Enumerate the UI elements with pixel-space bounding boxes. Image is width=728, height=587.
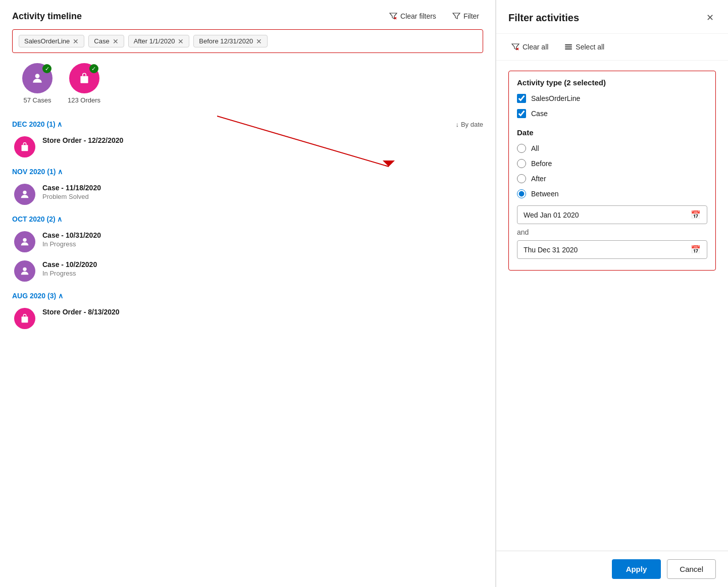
person-icon [31, 72, 44, 85]
bag-icon [78, 72, 91, 85]
checkbox-case: Case [517, 109, 707, 118]
date-from-wrapper: 📅 [517, 205, 707, 224]
svg-point-6 [23, 238, 26, 242]
clear-filters-button[interactable]: Clear filters [385, 10, 440, 22]
item-title: Case - 10/2/2020 [42, 260, 97, 269]
select-all-button[interactable]: Select all [561, 41, 607, 53]
filter-tag: SalesOrderLine ✕ [19, 35, 84, 47]
date-section: Date All Before After Between [517, 128, 707, 259]
stat-label-cases: 57 Cases [24, 96, 51, 104]
stat-item-cases: ✓ 57 Cases [22, 63, 53, 104]
svg-rect-8 [22, 316, 28, 323]
date-before-label: Before [531, 159, 552, 168]
timeline-item: Store Order - 8/13/2020 [12, 308, 483, 329]
svg-point-2 [35, 74, 40, 78]
close-button[interactable]: ✕ [704, 10, 716, 25]
date-input-row: 📅 and 📅 [517, 205, 707, 259]
filter-tag: Before 12/31/2020 ✕ [193, 35, 268, 47]
item-icon-bag [14, 136, 35, 157]
radio-before: Before [517, 159, 707, 168]
apply-button[interactable]: Apply [612, 559, 661, 579]
radio-after: After [517, 174, 707, 183]
sort-arrow-icon: ↓ [455, 121, 459, 128]
month-label-oct[interactable]: OCT 2020 (2) ∧ [12, 215, 62, 223]
date-after-radio[interactable] [517, 174, 526, 183]
tag-close-salesorderline[interactable]: ✕ [73, 38, 79, 45]
item-info: Store Order - 8/13/2020 [42, 308, 120, 316]
month-label-dec[interactable]: DEC 2020 (1) ∧ [12, 120, 62, 128]
month-header-dec: DEC 2020 (1) ∧ ↓ By date [12, 118, 483, 130]
cancel-button[interactable]: Cancel [667, 559, 716, 579]
date-from-input[interactable] [524, 211, 691, 219]
date-between-label: Between [531, 190, 558, 198]
stat-item-orders: ✓ 123 Orders [68, 63, 100, 104]
item-info: Store Order - 12/22/2020 [42, 136, 123, 144]
activity-header: Activity timeline Clear filters Filter [12, 10, 483, 22]
date-to-wrapper: 📅 [517, 240, 707, 259]
month-header-oct: OCT 2020 (2) ∧ [12, 213, 483, 225]
date-before-radio[interactable] [517, 159, 526, 168]
person-icon-small [19, 236, 30, 247]
activity-title: Activity timeline [12, 11, 82, 22]
item-subtitle: Problem Solved [42, 193, 101, 200]
timeline-item: Case - 11/18/2020 Problem Solved [12, 184, 483, 205]
month-header-aug: AUG 2020 (3) ∧ [12, 290, 483, 302]
timeline-item: Case - 10/31/2020 In Progress [12, 231, 483, 252]
sort-by-date-button[interactable]: ↓ By date [455, 121, 483, 128]
activity-type-heading: Activity type (2 selected) [517, 78, 707, 87]
svg-rect-3 [80, 76, 88, 83]
and-text: and [517, 228, 707, 236]
svg-rect-4 [22, 145, 28, 151]
svg-rect-13 [565, 44, 572, 45]
timeline-section-nov: NOV 2020 (1) ∧ Case - 11/18/2020 Problem… [12, 166, 483, 205]
date-to-input[interactable] [524, 246, 691, 254]
right-content: Activity type (2 selected) SalesOrderLin… [496, 61, 728, 551]
date-between-radio[interactable] [517, 189, 526, 198]
tag-close-after[interactable]: ✕ [178, 38, 184, 45]
person-icon-small [19, 265, 30, 277]
header-actions: Clear filters Filter [385, 10, 483, 22]
case-checkbox[interactable] [517, 109, 526, 118]
stat-label-orders: 123 Orders [68, 96, 100, 104]
right-header: Filter activities ✕ [496, 0, 728, 34]
calendar-from-icon[interactable]: 📅 [691, 210, 701, 220]
radio-between: Between [517, 189, 707, 198]
svg-rect-15 [565, 48, 572, 49]
timeline-section-dec: DEC 2020 (1) ∧ ↓ By date Store Order - 1… [12, 118, 483, 157]
right-footer: Apply Cancel [496, 551, 728, 587]
item-info: Case - 11/18/2020 Problem Solved [42, 184, 101, 200]
funnel-clear-icon-right [511, 43, 519, 51]
checkbox-salesorderline: SalesOrderLine [517, 94, 707, 103]
salesorderline-label: SalesOrderLine [531, 94, 580, 102]
funnel-icon [452, 12, 460, 20]
check-badge-orders: ✓ [89, 64, 98, 73]
tag-close-case[interactable]: ✕ [113, 38, 119, 45]
tag-close-before[interactable]: ✕ [256, 38, 262, 45]
date-all-label: All [531, 144, 539, 152]
item-info: Case - 10/2/2020 In Progress [42, 260, 97, 277]
svg-rect-14 [565, 46, 572, 47]
month-label-aug[interactable]: AUG 2020 (3) ∧ [12, 292, 63, 300]
filter-tags-box: SalesOrderLine ✕ Case ✕ After 1/1/2020 ✕… [12, 29, 483, 53]
filter-button[interactable]: Filter [448, 10, 483, 22]
item-icon-bag [14, 308, 35, 329]
salesorderline-checkbox[interactable] [517, 94, 526, 103]
item-title: Store Order - 8/13/2020 [42, 308, 120, 316]
item-title: Case - 10/31/2020 [42, 231, 101, 239]
timeline-section-oct: OCT 2020 (2) ∧ Case - 10/31/2020 In Prog… [12, 213, 483, 282]
case-label: Case [531, 110, 548, 118]
funnel-clear-icon [389, 12, 397, 20]
timeline-item: Case - 10/2/2020 In Progress [12, 260, 483, 282]
cases-icon-circle: ✓ [22, 63, 53, 93]
month-label-nov[interactable]: NOV 2020 (1) ∧ [12, 168, 63, 176]
item-title: Case - 11/18/2020 [42, 184, 101, 192]
stats-row: ✓ 57 Cases ✓ 123 Orders [12, 63, 483, 104]
calendar-to-icon[interactable]: 📅 [691, 245, 701, 254]
date-all-radio[interactable] [517, 144, 526, 153]
right-actions: Clear all Select all [496, 34, 728, 61]
timeline-section-aug: AUG 2020 (3) ∧ Store Order - 8/13/2020 [12, 290, 483, 329]
item-title: Store Order - 12/22/2020 [42, 136, 123, 144]
clear-all-button[interactable]: Clear all [508, 41, 551, 53]
item-icon-person [14, 260, 35, 282]
select-all-icon [564, 43, 573, 51]
